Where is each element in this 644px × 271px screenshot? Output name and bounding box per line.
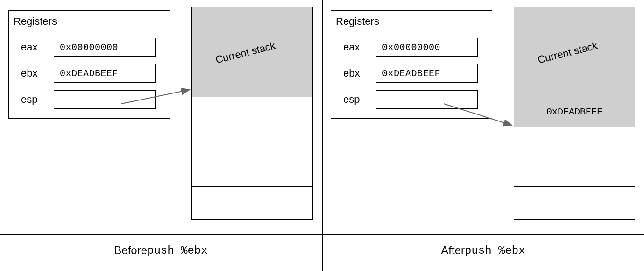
stack-cell [514,7,635,37]
register-name: ebx [21,67,54,79]
register-name: esp [21,93,54,106]
caption-row: Before push %ebx After push %ebx [0,234,644,266]
stack-cell [514,37,635,67]
stack-cell [192,186,312,220]
stack-cell: 0xDEADBEEF [514,97,635,127]
register-value: 0x00000000 [54,38,156,57]
register-row-esp: esp [343,89,478,110]
register-name: ebx [343,67,376,79]
register-name: esp [343,93,376,106]
registers-title: Registers [336,15,379,28]
stack-cell [192,67,312,97]
register-row-eax: eax 0x00000000 [343,37,478,57]
caption-before: Before push %ebx [0,235,322,266]
stack-cell [192,127,312,157]
caption-code: push %ebx [465,244,525,257]
register-name: eax [343,41,376,53]
registers-box: Registers eax 0x00000000 ebx 0xDEADBEEF … [8,10,170,119]
register-name: eax [21,41,54,53]
stack-cell [192,157,312,186]
before-panel: Registers eax 0x00000000 ebx 0xDEADBEEF … [0,0,322,229]
register-value: 0x00000000 [376,38,478,57]
register-row-esp: esp [21,89,156,110]
stack-after: 0xDEADBEEF [514,7,635,220]
caption-after: After push %ebx [322,235,644,266]
caption-text: Before [114,244,147,257]
registers-title: Registers [14,15,57,28]
register-row-eax: eax 0x00000000 [21,37,156,57]
register-value [54,90,156,109]
register-row-ebx: ebx 0xDEADBEEF [21,63,156,84]
caption-code: push %ebx [147,244,208,257]
caption-text: After [441,244,465,257]
stack-before [191,7,313,220]
stack-cell [192,7,312,37]
stack-cell [514,186,635,220]
registers-box: Registers eax 0x00000000 ebx 0xDEADBEEF … [331,10,492,119]
register-value: 0xDEADBEEF [376,64,478,83]
stack-cell [192,97,312,127]
register-value: 0xDEADBEEF [54,64,156,83]
register-row-ebx: ebx 0xDEADBEEF [343,63,478,84]
stack-cell [514,67,635,97]
stack-cell [514,157,635,186]
after-panel: Registers eax 0x00000000 ebx 0xDEADBEEF … [322,0,644,229]
stack-cell [192,37,312,67]
stack-cell [514,127,635,157]
register-value [376,90,478,109]
